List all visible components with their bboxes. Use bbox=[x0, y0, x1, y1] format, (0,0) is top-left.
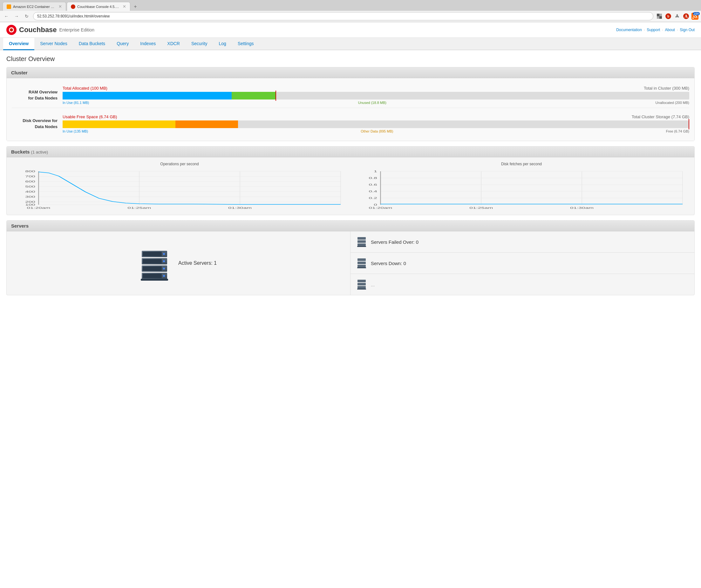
back-button[interactable]: ← bbox=[3, 12, 10, 20]
nav-xdcr[interactable]: XDCR bbox=[162, 38, 186, 50]
bookmark-icon[interactable] bbox=[656, 13, 663, 20]
svg-rect-77 bbox=[358, 286, 366, 288]
cluster-section: Cluster RAM Overview for Data Nodes Tota… bbox=[6, 67, 695, 141]
servers-left: Active Servers: 1 bbox=[7, 231, 350, 295]
tab-bar: Amazon EC2 Container Se... ✕ Couchbase C… bbox=[0, 0, 701, 11]
tab-close-2[interactable]: ✕ bbox=[123, 4, 126, 9]
disk-marker-right bbox=[689, 119, 689, 129]
servers-section: Servers bbox=[6, 220, 695, 295]
svg-text:0.2: 0.2 bbox=[369, 196, 377, 200]
logo-area: Couchbase Enterprise Edition bbox=[6, 25, 94, 35]
svg-text:01:25am: 01:25am bbox=[469, 206, 493, 209]
svg-text:300: 300 bbox=[25, 195, 35, 198]
svg-point-62 bbox=[163, 260, 165, 262]
support-link[interactable]: Support bbox=[647, 28, 660, 32]
new-tab-button[interactable]: + bbox=[131, 3, 140, 11]
server-down-icon bbox=[357, 258, 367, 268]
disk-bar-yellow bbox=[63, 121, 175, 128]
buckets-section-header: Buckets (1 active) bbox=[7, 147, 694, 157]
docs-link[interactable]: Documentation bbox=[616, 28, 642, 32]
disk-overview-row: Disk Overview for Data Nodes Usable Free… bbox=[12, 111, 689, 136]
tab-close-1[interactable]: ✕ bbox=[58, 4, 62, 9]
servers-down-label: Servers Down: 0 bbox=[371, 261, 406, 266]
tab-favicon-1 bbox=[7, 4, 11, 9]
forward-button[interactable]: → bbox=[13, 12, 20, 20]
svg-text:400: 400 bbox=[25, 190, 35, 193]
lastpass-icon[interactable]: b bbox=[665, 13, 672, 20]
nav-security[interactable]: Security bbox=[186, 38, 213, 50]
disk-total-label: Total Cluster Storage (7.74 GB) bbox=[632, 115, 689, 119]
tab-title-1: Amazon EC2 Container Se... bbox=[13, 5, 55, 9]
app-header: Couchbase Enterprise Edition Documentati… bbox=[0, 22, 701, 38]
svg-text:01:30am: 01:30am bbox=[228, 206, 252, 209]
ram-inuse-label: In Use (81.1 MB) bbox=[63, 101, 89, 105]
svg-point-56 bbox=[163, 275, 165, 277]
logo-icon bbox=[6, 25, 17, 35]
disk-bottom-labels: In Use (135 MB) Other Data (895 MB) Free… bbox=[63, 129, 689, 133]
disk-fetches-chart: Disk fetches per second 1 0. bbox=[354, 162, 689, 210]
about-link[interactable]: About bbox=[665, 28, 675, 32]
active-servers-label: Active Servers: 1 bbox=[178, 260, 217, 266]
rss-icon[interactable]: 220 bbox=[691, 13, 698, 20]
disk-bar-area: Usable Free Space (6.74 GB) Total Cluste… bbox=[63, 115, 689, 133]
servers-failed-stat: Servers Failed Over: 0 bbox=[350, 231, 694, 253]
svg-rect-2 bbox=[657, 16, 659, 19]
svg-text:0.8: 0.8 bbox=[369, 176, 377, 180]
app-name: Couchbase bbox=[19, 26, 57, 34]
tab-2[interactable]: Couchbase Console 4.5.0-... ✕ bbox=[67, 2, 130, 11]
svg-point-9 bbox=[692, 17, 694, 19]
ram-marker bbox=[275, 90, 276, 101]
tab-1[interactable]: Amazon EC2 Container Se... ✕ bbox=[3, 2, 66, 11]
disk-inuse-label: In Use (135 MB) bbox=[63, 129, 88, 133]
servers-pending-stat: ... bbox=[350, 274, 694, 295]
server-failover-icon bbox=[357, 236, 367, 247]
nav-server-nodes[interactable]: Server Nodes bbox=[34, 38, 73, 50]
svg-rect-66 bbox=[141, 279, 168, 281]
svg-text:100: 100 bbox=[25, 203, 35, 206]
nav-indexes[interactable]: Indexes bbox=[135, 38, 162, 50]
header-links: Documentation · Support · About · Sign O… bbox=[616, 28, 695, 32]
svg-rect-73 bbox=[358, 265, 366, 267]
nav-data-buckets[interactable]: Data Buckets bbox=[73, 38, 111, 50]
nav-settings[interactable]: Settings bbox=[232, 38, 260, 50]
svg-text:01:20am: 01:20am bbox=[27, 206, 50, 209]
tab-favicon-2 bbox=[71, 4, 75, 9]
nav-log[interactable]: Log bbox=[213, 38, 232, 50]
recycle-icon[interactable] bbox=[674, 13, 681, 20]
svg-rect-55 bbox=[143, 274, 162, 278]
svg-text:01:20am: 01:20am bbox=[369, 206, 393, 209]
svg-text:800: 800 bbox=[25, 170, 35, 173]
address-bar[interactable]: 52.53.252.78:8091/ui/index.html#/overvie… bbox=[33, 12, 653, 20]
disk-free-label: Free (6.74 GB) bbox=[666, 129, 689, 133]
address-text: 52.53.252.78:8091/ui/index.html#/overvie… bbox=[37, 14, 109, 18]
charts-row: Operations per second bbox=[7, 157, 694, 215]
disk-bar bbox=[63, 121, 689, 128]
disk-label: Disk Overview for Data Nodes bbox=[12, 118, 63, 129]
ram-overview-row: RAM Overview for Data Nodes Total Alloca… bbox=[12, 82, 689, 108]
refresh-button[interactable]: ↻ bbox=[23, 12, 30, 20]
svg-text:0.6: 0.6 bbox=[369, 183, 377, 186]
ram-bottom-labels: In Use (81.1 MB) Unused (18.8 MB) Unallo… bbox=[63, 101, 689, 105]
browser-chrome: Amazon EC2 Container Se... ✕ Couchbase C… bbox=[0, 0, 701, 22]
readability-icon[interactable]: A bbox=[683, 13, 690, 20]
svg-rect-58 bbox=[143, 266, 162, 271]
disk-top-labels: Usable Free Space (6.74 GB) Total Cluste… bbox=[63, 115, 689, 119]
nav-overview[interactable]: Overview bbox=[3, 38, 34, 50]
sep1: · bbox=[644, 28, 645, 32]
signout-link[interactable]: Sign Out bbox=[680, 28, 695, 32]
sep2: · bbox=[662, 28, 663, 32]
ram-total-label: Total in Cluster (300 MB) bbox=[644, 86, 689, 90]
nav-query[interactable]: Query bbox=[111, 38, 135, 50]
servers-pending-label: ... bbox=[371, 282, 375, 287]
svg-text:1: 1 bbox=[374, 170, 377, 173]
svg-point-59 bbox=[163, 267, 165, 269]
tab-title-2: Couchbase Console 4.5.0-... bbox=[77, 5, 120, 9]
ops-chart-svg: 800 700 600 500 400 300 200 100 01:20am … bbox=[12, 168, 347, 209]
servers-failed-label: Servers Failed Over: 0 bbox=[371, 239, 419, 245]
servers-inner: Active Servers: 1 Servers Failed Over: 0 bbox=[7, 231, 694, 295]
servers-section-header: Servers bbox=[7, 221, 694, 231]
main-content: Cluster Overview Cluster RAM Overview fo… bbox=[0, 50, 701, 306]
ram-bar-blue bbox=[63, 92, 232, 100]
svg-rect-74 bbox=[357, 267, 366, 268]
svg-text:0: 0 bbox=[374, 203, 377, 206]
